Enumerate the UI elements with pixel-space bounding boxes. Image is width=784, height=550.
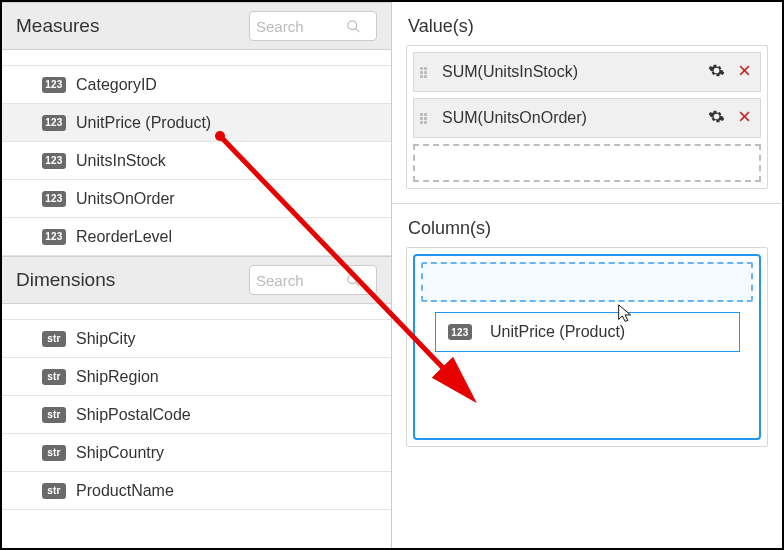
cursor-icon: [615, 303, 637, 325]
close-icon[interactable]: [737, 109, 752, 127]
list-item[interactable]: str ProductName: [2, 472, 391, 510]
dimensions-search-input[interactable]: [256, 272, 346, 289]
value-pill[interactable]: SUM(UnitsInStock): [413, 52, 761, 92]
numeric-badge-icon: 123: [42, 191, 66, 207]
columns-title: Column(s): [408, 218, 768, 239]
drag-handle-icon[interactable]: [420, 67, 432, 78]
value-pill[interactable]: SUM(UnitsOnOrder): [413, 98, 761, 138]
app-frame: Measures 123 CategoryID 123 UnitPrice (P…: [0, 0, 784, 550]
list-item[interactable]: str ShipPostalCode: [2, 396, 391, 434]
empty-drop-slot[interactable]: [413, 144, 761, 182]
list-item-label: ShipRegion: [76, 368, 159, 386]
gear-icon[interactable]: [708, 108, 725, 128]
list-item-label: ReorderLevel: [76, 228, 172, 246]
drag-ghost-pill[interactable]: 123 UnitPrice (Product): [435, 312, 740, 352]
search-icon: [346, 19, 361, 34]
svg-point-2: [348, 274, 357, 283]
svg-line-3: [355, 282, 359, 286]
numeric-badge-icon: 123: [42, 77, 66, 93]
list-item-label: UnitsOnOrder: [76, 190, 175, 208]
measures-title: Measures: [16, 15, 99, 37]
values-dropzone[interactable]: SUM(UnitsInStock) SUM(UnitsOnOrder): [406, 45, 768, 189]
numeric-badge-icon: 123: [42, 115, 66, 131]
numeric-badge-icon: 123: [42, 229, 66, 245]
numeric-badge-icon: 123: [42, 153, 66, 169]
string-badge-icon: str: [42, 407, 66, 423]
values-section: Value(s) SUM(UnitsInStock) SUM(UnitsOnOr…: [392, 2, 782, 204]
string-badge-icon: str: [42, 331, 66, 347]
list-item[interactable]: 123 UnitsOnOrder: [2, 180, 391, 218]
list-item[interactable]: str ShipCity: [2, 320, 391, 358]
list-item-label: ShipCity: [76, 330, 136, 348]
search-icon: [346, 273, 361, 288]
dimensions-title: Dimensions: [16, 269, 115, 291]
list-item-label: ShipPostalCode: [76, 406, 191, 424]
list-item[interactable]: str ShipCountry: [2, 434, 391, 472]
drop-indicator: [421, 262, 753, 302]
left-panel: Measures 123 CategoryID 123 UnitPrice (P…: [2, 2, 392, 548]
measures-list: 123 CategoryID 123 UnitPrice (Product) 1…: [2, 50, 391, 256]
right-panel: Value(s) SUM(UnitsInStock) SUM(UnitsOnOr…: [392, 2, 782, 548]
list-item[interactable]: 123 CategoryID: [2, 66, 391, 104]
list-item[interactable]: 123 UnitsInStock: [2, 142, 391, 180]
dimensions-search[interactable]: [249, 265, 377, 295]
list-item[interactable]: [2, 304, 391, 320]
columns-active-drop[interactable]: 123 UnitPrice (Product): [413, 254, 761, 440]
drag-ghost-label: UnitPrice (Product): [490, 323, 625, 341]
columns-dropzone[interactable]: 123 UnitPrice (Product): [406, 247, 768, 447]
gear-icon[interactable]: [708, 62, 725, 82]
values-title: Value(s): [408, 16, 768, 37]
list-item-label: ProductName: [76, 482, 174, 500]
list-item[interactable]: str ShipRegion: [2, 358, 391, 396]
list-item[interactable]: 123 ReorderLevel: [2, 218, 391, 256]
measures-search-input[interactable]: [256, 18, 346, 35]
dimensions-list: str ShipCity str ShipRegion str ShipPost…: [2, 304, 391, 510]
columns-section: Column(s) 123 UnitPrice (Product): [392, 204, 782, 548]
svg-point-0: [348, 20, 357, 29]
list-item-label: UnitPrice (Product): [76, 114, 211, 132]
value-pill-label: SUM(UnitsInStock): [442, 63, 708, 81]
dimensions-header: Dimensions: [2, 256, 391, 304]
string-badge-icon: str: [42, 483, 66, 499]
list-item[interactable]: [2, 50, 391, 66]
list-item-label: ShipCountry: [76, 444, 164, 462]
list-item-label: CategoryID: [76, 76, 157, 94]
list-item-label: UnitsInStock: [76, 152, 166, 170]
close-icon[interactable]: [737, 63, 752, 81]
drag-handle-icon[interactable]: [420, 113, 432, 124]
string-badge-icon: str: [42, 369, 66, 385]
measures-search[interactable]: [249, 11, 377, 41]
string-badge-icon: str: [42, 445, 66, 461]
svg-line-1: [355, 28, 359, 32]
value-pill-label: SUM(UnitsOnOrder): [442, 109, 708, 127]
numeric-badge-icon: 123: [448, 324, 472, 340]
list-item[interactable]: 123 UnitPrice (Product): [2, 104, 391, 142]
measures-header: Measures: [2, 2, 391, 50]
